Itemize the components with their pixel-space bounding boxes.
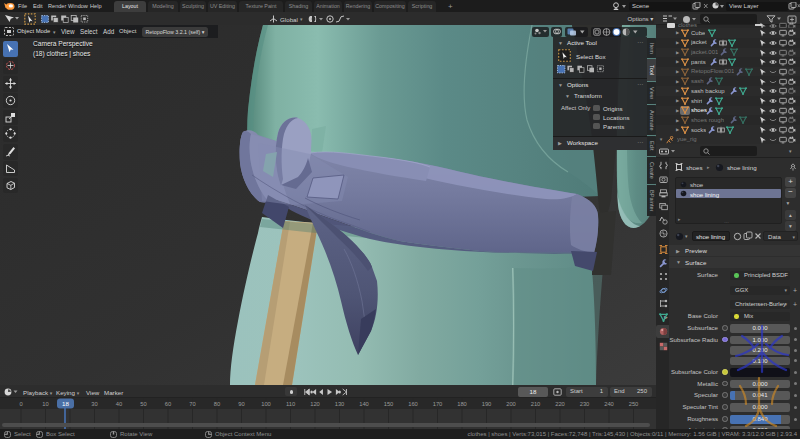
svg-text:190: 190 bbox=[482, 401, 492, 407]
svg-text:50: 50 bbox=[140, 401, 146, 407]
svg-text:100: 100 bbox=[261, 401, 271, 407]
svg-text:240: 240 bbox=[604, 401, 614, 407]
svg-text:130: 130 bbox=[335, 401, 345, 407]
svg-text:250: 250 bbox=[629, 401, 639, 407]
svg-text:220: 220 bbox=[555, 401, 565, 407]
svg-text:120: 120 bbox=[310, 401, 320, 407]
svg-text:30: 30 bbox=[91, 401, 97, 407]
svg-text:80: 80 bbox=[214, 401, 220, 407]
svg-text:10: 10 bbox=[42, 401, 48, 407]
svg-text:70: 70 bbox=[189, 401, 195, 407]
svg-text:140: 140 bbox=[359, 401, 369, 407]
svg-text:160: 160 bbox=[408, 401, 418, 407]
svg-text:60: 60 bbox=[165, 401, 171, 407]
svg-text:180: 180 bbox=[457, 401, 467, 407]
svg-text:18: 18 bbox=[62, 400, 69, 407]
svg-text:110: 110 bbox=[286, 401, 295, 407]
svg-text:230: 230 bbox=[580, 401, 590, 407]
svg-text:90: 90 bbox=[238, 401, 244, 407]
svg-text:40: 40 bbox=[116, 401, 122, 407]
svg-text:200: 200 bbox=[506, 401, 516, 407]
svg-text:210: 210 bbox=[531, 401, 541, 407]
svg-text:170: 170 bbox=[433, 401, 443, 407]
svg-text:150: 150 bbox=[384, 401, 394, 407]
svg-text:0: 0 bbox=[19, 401, 22, 407]
